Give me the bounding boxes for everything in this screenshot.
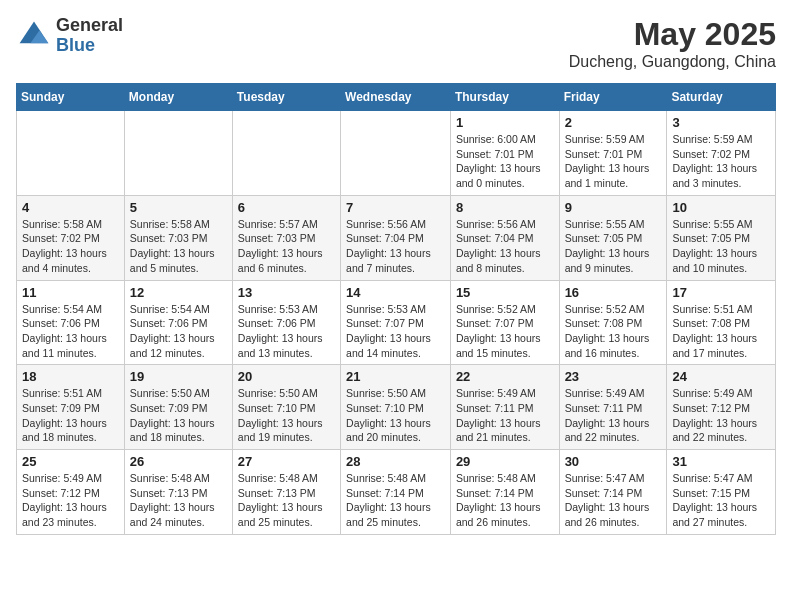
day-number: 6 [238, 200, 335, 215]
day-info: Sunrise: 5:49 AM Sunset: 7:12 PM Dayligh… [22, 471, 119, 530]
calendar-cell: 10Sunrise: 5:55 AM Sunset: 7:05 PM Dayli… [667, 195, 776, 280]
day-number: 28 [346, 454, 445, 469]
day-number: 14 [346, 285, 445, 300]
weekday-monday: Monday [124, 84, 232, 111]
day-number: 19 [130, 369, 227, 384]
day-info: Sunrise: 5:51 AM Sunset: 7:09 PM Dayligh… [22, 386, 119, 445]
weekday-header-row: SundayMondayTuesdayWednesdayThursdayFrid… [17, 84, 776, 111]
day-info: Sunrise: 5:50 AM Sunset: 7:10 PM Dayligh… [346, 386, 445, 445]
day-info: Sunrise: 5:48 AM Sunset: 7:14 PM Dayligh… [456, 471, 554, 530]
calendar-cell: 14Sunrise: 5:53 AM Sunset: 7:07 PM Dayli… [341, 280, 451, 365]
week-row-1: 1Sunrise: 6:00 AM Sunset: 7:01 PM Daylig… [17, 111, 776, 196]
day-number: 2 [565, 115, 662, 130]
day-number: 24 [672, 369, 770, 384]
calendar-cell: 21Sunrise: 5:50 AM Sunset: 7:10 PM Dayli… [341, 365, 451, 450]
week-row-2: 4Sunrise: 5:58 AM Sunset: 7:02 PM Daylig… [17, 195, 776, 280]
day-info: Sunrise: 5:57 AM Sunset: 7:03 PM Dayligh… [238, 217, 335, 276]
day-number: 20 [238, 369, 335, 384]
calendar-cell: 30Sunrise: 5:47 AM Sunset: 7:14 PM Dayli… [559, 450, 667, 535]
calendar-cell: 16Sunrise: 5:52 AM Sunset: 7:08 PM Dayli… [559, 280, 667, 365]
day-info: Sunrise: 5:48 AM Sunset: 7:13 PM Dayligh… [130, 471, 227, 530]
day-info: Sunrise: 5:47 AM Sunset: 7:15 PM Dayligh… [672, 471, 770, 530]
day-info: Sunrise: 5:55 AM Sunset: 7:05 PM Dayligh… [672, 217, 770, 276]
calendar-cell: 8Sunrise: 5:56 AM Sunset: 7:04 PM Daylig… [450, 195, 559, 280]
day-number: 8 [456, 200, 554, 215]
day-info: Sunrise: 5:49 AM Sunset: 7:11 PM Dayligh… [565, 386, 662, 445]
weekday-tuesday: Tuesday [232, 84, 340, 111]
day-number: 10 [672, 200, 770, 215]
weekday-sunday: Sunday [17, 84, 125, 111]
day-info: Sunrise: 5:59 AM Sunset: 7:01 PM Dayligh… [565, 132, 662, 191]
day-number: 23 [565, 369, 662, 384]
day-number: 12 [130, 285, 227, 300]
weekday-wednesday: Wednesday [341, 84, 451, 111]
page-header: General Blue May 2025 Ducheng, Guangdong… [16, 16, 776, 71]
day-number: 21 [346, 369, 445, 384]
day-info: Sunrise: 5:50 AM Sunset: 7:09 PM Dayligh… [130, 386, 227, 445]
calendar-cell: 19Sunrise: 5:50 AM Sunset: 7:09 PM Dayli… [124, 365, 232, 450]
day-info: Sunrise: 5:52 AM Sunset: 7:08 PM Dayligh… [565, 302, 662, 361]
day-number: 18 [22, 369, 119, 384]
week-row-4: 18Sunrise: 5:51 AM Sunset: 7:09 PM Dayli… [17, 365, 776, 450]
month-year: May 2025 [569, 16, 776, 53]
calendar-cell: 6Sunrise: 5:57 AM Sunset: 7:03 PM Daylig… [232, 195, 340, 280]
calendar-cell: 20Sunrise: 5:50 AM Sunset: 7:10 PM Dayli… [232, 365, 340, 450]
calendar-cell: 5Sunrise: 5:58 AM Sunset: 7:03 PM Daylig… [124, 195, 232, 280]
calendar-cell [124, 111, 232, 196]
calendar-cell: 17Sunrise: 5:51 AM Sunset: 7:08 PM Dayli… [667, 280, 776, 365]
calendar-cell: 22Sunrise: 5:49 AM Sunset: 7:11 PM Dayli… [450, 365, 559, 450]
day-number: 29 [456, 454, 554, 469]
calendar-cell [232, 111, 340, 196]
logo-general-text: General [56, 15, 123, 35]
calendar-cell: 7Sunrise: 5:56 AM Sunset: 7:04 PM Daylig… [341, 195, 451, 280]
day-info: Sunrise: 5:58 AM Sunset: 7:03 PM Dayligh… [130, 217, 227, 276]
day-number: 25 [22, 454, 119, 469]
calendar-table: SundayMondayTuesdayWednesdayThursdayFrid… [16, 83, 776, 535]
calendar-cell: 26Sunrise: 5:48 AM Sunset: 7:13 PM Dayli… [124, 450, 232, 535]
week-row-5: 25Sunrise: 5:49 AM Sunset: 7:12 PM Dayli… [17, 450, 776, 535]
logo-blue-text: Blue [56, 35, 95, 55]
day-number: 7 [346, 200, 445, 215]
day-number: 31 [672, 454, 770, 469]
day-number: 27 [238, 454, 335, 469]
calendar-cell: 12Sunrise: 5:54 AM Sunset: 7:06 PM Dayli… [124, 280, 232, 365]
day-number: 5 [130, 200, 227, 215]
weekday-thursday: Thursday [450, 84, 559, 111]
logo-icon [16, 18, 52, 54]
calendar-cell: 29Sunrise: 5:48 AM Sunset: 7:14 PM Dayli… [450, 450, 559, 535]
calendar-cell: 27Sunrise: 5:48 AM Sunset: 7:13 PM Dayli… [232, 450, 340, 535]
calendar-cell: 13Sunrise: 5:53 AM Sunset: 7:06 PM Dayli… [232, 280, 340, 365]
logo: General Blue [16, 16, 123, 56]
calendar-cell: 2Sunrise: 5:59 AM Sunset: 7:01 PM Daylig… [559, 111, 667, 196]
calendar-cell: 4Sunrise: 5:58 AM Sunset: 7:02 PM Daylig… [17, 195, 125, 280]
day-info: Sunrise: 5:55 AM Sunset: 7:05 PM Dayligh… [565, 217, 662, 276]
calendar-cell: 15Sunrise: 5:52 AM Sunset: 7:07 PM Dayli… [450, 280, 559, 365]
day-number: 26 [130, 454, 227, 469]
day-number: 17 [672, 285, 770, 300]
day-info: Sunrise: 5:49 AM Sunset: 7:12 PM Dayligh… [672, 386, 770, 445]
calendar-cell: 1Sunrise: 6:00 AM Sunset: 7:01 PM Daylig… [450, 111, 559, 196]
day-info: Sunrise: 5:53 AM Sunset: 7:07 PM Dayligh… [346, 302, 445, 361]
calendar-cell: 25Sunrise: 5:49 AM Sunset: 7:12 PM Dayli… [17, 450, 125, 535]
day-number: 22 [456, 369, 554, 384]
calendar-cell: 31Sunrise: 5:47 AM Sunset: 7:15 PM Dayli… [667, 450, 776, 535]
day-info: Sunrise: 5:48 AM Sunset: 7:14 PM Dayligh… [346, 471, 445, 530]
day-info: Sunrise: 5:48 AM Sunset: 7:13 PM Dayligh… [238, 471, 335, 530]
day-number: 11 [22, 285, 119, 300]
location: Ducheng, Guangdong, China [569, 53, 776, 71]
day-info: Sunrise: 5:54 AM Sunset: 7:06 PM Dayligh… [130, 302, 227, 361]
calendar-cell [341, 111, 451, 196]
day-info: Sunrise: 5:56 AM Sunset: 7:04 PM Dayligh… [346, 217, 445, 276]
calendar-cell: 28Sunrise: 5:48 AM Sunset: 7:14 PM Dayli… [341, 450, 451, 535]
calendar-cell: 3Sunrise: 5:59 AM Sunset: 7:02 PM Daylig… [667, 111, 776, 196]
day-info: Sunrise: 5:52 AM Sunset: 7:07 PM Dayligh… [456, 302, 554, 361]
calendar-cell: 9Sunrise: 5:55 AM Sunset: 7:05 PM Daylig… [559, 195, 667, 280]
calendar-cell [17, 111, 125, 196]
weekday-friday: Friday [559, 84, 667, 111]
day-info: Sunrise: 5:49 AM Sunset: 7:11 PM Dayligh… [456, 386, 554, 445]
day-info: Sunrise: 5:58 AM Sunset: 7:02 PM Dayligh… [22, 217, 119, 276]
day-number: 3 [672, 115, 770, 130]
day-number: 13 [238, 285, 335, 300]
day-info: Sunrise: 6:00 AM Sunset: 7:01 PM Dayligh… [456, 132, 554, 191]
calendar-cell: 24Sunrise: 5:49 AM Sunset: 7:12 PM Dayli… [667, 365, 776, 450]
